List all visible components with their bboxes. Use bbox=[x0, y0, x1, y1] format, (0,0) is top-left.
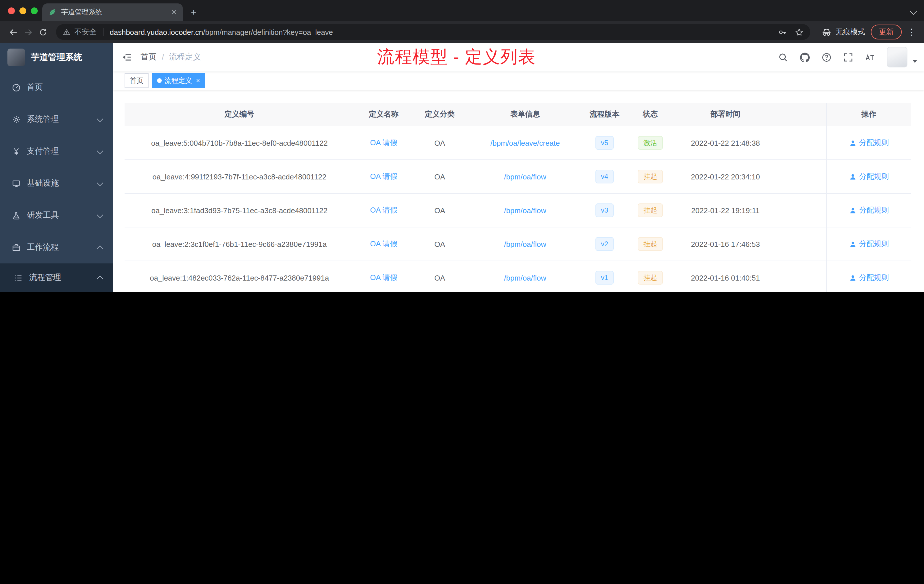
breadcrumb: 首页 / 流程定义 bbox=[140, 52, 201, 62]
table-row: oa_leave:3:1fad3d93-7b75-11ec-a3c8-acde4… bbox=[125, 194, 911, 228]
definition-name-link[interactable]: OA 请假 bbox=[370, 239, 397, 249]
address-bar[interactable]: 不安全 dashboard.yudao.iocoder.cn/bpm/manag… bbox=[56, 24, 810, 40]
filler-cell bbox=[776, 261, 826, 292]
help-icon[interactable] bbox=[822, 52, 832, 62]
tab-search-chevron-icon[interactable] bbox=[910, 7, 917, 15]
col-status: 状态 bbox=[625, 103, 675, 126]
status-badge: 挂起 bbox=[638, 237, 663, 251]
gear-icon bbox=[12, 115, 21, 124]
definition-category: OA bbox=[413, 194, 466, 227]
close-window-button[interactable] bbox=[8, 7, 15, 14]
window-controls bbox=[8, 7, 38, 14]
version-tag: v1 bbox=[595, 271, 614, 285]
version-tag: v5 bbox=[595, 136, 614, 150]
zoom-window-button[interactable] bbox=[31, 7, 38, 14]
tag-close-icon[interactable]: × bbox=[196, 77, 200, 84]
yen-icon bbox=[12, 147, 21, 156]
update-button[interactable]: 更新 bbox=[871, 25, 902, 40]
browser-tab[interactable]: 芋道管理系统 ✕ bbox=[42, 3, 183, 21]
deploy-time: 2022-01-22 20:34:10 bbox=[675, 160, 776, 193]
definition-id: oa_leave:5:004b710b-7b8a-11ec-8ef0-acde4… bbox=[125, 126, 354, 159]
deploy-time: 2022-01-16 17:46:53 bbox=[675, 228, 776, 261]
user-icon bbox=[849, 206, 856, 214]
tab-close-icon[interactable]: ✕ bbox=[171, 8, 177, 16]
main-area: 首页 / 流程定义 流程模型 - 定义列表 首页 bbox=[113, 43, 924, 292]
table-row: oa_leave:1:482ec033-762a-11ec-8477-a2380… bbox=[125, 261, 911, 292]
form-url-link[interactable]: /bpm/oa/flow bbox=[504, 206, 546, 214]
table-header: 定义编号 定义名称 定义分类 表单信息 流程版本 状态 部署时间 操作 bbox=[125, 103, 911, 126]
sidebar-item-home[interactable]: 首页 bbox=[0, 71, 113, 104]
user-avatar[interactable] bbox=[887, 47, 908, 68]
deploy-time: 2022-01-16 01:40:51 bbox=[675, 261, 776, 292]
key-icon[interactable] bbox=[778, 28, 787, 36]
sidebar-menu: 首页 系统管理 支付管理 基础设施 研发工具 工作流程 流程管理 流程表单 bbox=[0, 71, 113, 292]
github-icon[interactable] bbox=[800, 52, 810, 62]
assign-rule-button[interactable]: 分配规则 bbox=[849, 239, 889, 249]
col-definition-name: 定义名称 bbox=[354, 103, 413, 126]
definition-name-link[interactable]: OA 请假 bbox=[370, 138, 397, 148]
sidebar-item-devtools[interactable]: 研发工具 bbox=[0, 200, 113, 231]
sidebar-item-workflow[interactable]: 工作流程 bbox=[0, 231, 113, 264]
hamburger-icon[interactable] bbox=[113, 52, 140, 62]
minimize-window-button[interactable] bbox=[20, 7, 26, 14]
incognito-icon bbox=[822, 27, 832, 37]
avatar-chevron-down-icon[interactable] bbox=[912, 60, 917, 63]
definition-name-link[interactable]: OA 请假 bbox=[370, 205, 397, 215]
sidebar-item-payment[interactable]: 支付管理 bbox=[0, 135, 113, 167]
form-url-link[interactable]: /bpm/oa/flow bbox=[504, 172, 546, 181]
sidebar-item-infrastructure[interactable]: 基础设施 bbox=[0, 167, 113, 200]
filler-cell bbox=[776, 194, 826, 227]
tag-process-definition[interactable]: 流程定义 × bbox=[152, 73, 205, 88]
app-title: 芋道管理系统 bbox=[31, 52, 82, 63]
assign-rule-button[interactable]: 分配规则 bbox=[849, 138, 889, 148]
filler-cell bbox=[776, 160, 826, 193]
definition-name-link[interactable]: OA 请假 bbox=[370, 172, 397, 182]
definition-category: OA bbox=[413, 228, 466, 261]
tags-view: 首页 流程定义 × bbox=[113, 71, 924, 90]
briefcase-icon bbox=[12, 243, 21, 252]
form-url-link[interactable]: /bpm/oa/flow bbox=[504, 240, 546, 248]
definition-category: OA bbox=[413, 160, 466, 193]
assign-rule-button[interactable]: 分配规则 bbox=[849, 205, 889, 215]
deploy-time: 2022-01-22 21:48:38 bbox=[675, 126, 776, 159]
definition-category: OA bbox=[413, 261, 466, 292]
fullscreen-icon[interactable] bbox=[843, 52, 853, 62]
url-text: dashboard.yudao.iocoder.cn/bpm/manager/d… bbox=[110, 28, 333, 36]
incognito-badge[interactable]: 无痕模式 bbox=[822, 27, 865, 37]
annotation-title: 流程模型 - 定义列表 bbox=[377, 45, 536, 69]
browser-tab-strip: 芋道管理系统 ✕ + bbox=[0, 0, 924, 21]
form-url-link[interactable]: /bpm/oa/flow bbox=[504, 274, 546, 282]
breadcrumb-home[interactable]: 首页 bbox=[140, 52, 157, 62]
tag-home[interactable]: 首页 bbox=[125, 73, 148, 88]
definition-id: oa_leave:4:991f2193-7b7f-11ec-a3c8-acde4… bbox=[125, 160, 354, 193]
filler-cell bbox=[776, 126, 826, 159]
sidebar-item-process-manage[interactable]: 流程管理 bbox=[0, 264, 113, 292]
table-row: oa_leave:5:004b710b-7b8a-11ec-8ef0-acde4… bbox=[125, 126, 911, 160]
reload-button[interactable] bbox=[35, 25, 50, 40]
assign-rule-button[interactable]: 分配规则 bbox=[849, 272, 889, 283]
app-navbar: 首页 / 流程定义 流程模型 - 定义列表 bbox=[113, 43, 924, 71]
chevron-icon bbox=[97, 180, 104, 186]
security-label[interactable]: 不安全 bbox=[74, 27, 97, 37]
search-icon[interactable] bbox=[778, 52, 788, 62]
table-row: oa_leave:2:3c1f0ef1-76b1-11ec-9c66-a2380… bbox=[125, 228, 911, 261]
warning-icon bbox=[63, 28, 70, 36]
logo-avatar bbox=[7, 48, 25, 66]
user-icon bbox=[849, 274, 856, 281]
assign-rule-button[interactable]: 分配规则 bbox=[849, 172, 889, 182]
definition-name-link[interactable]: OA 请假 bbox=[370, 272, 397, 283]
back-button[interactable] bbox=[6, 25, 21, 40]
sidebar: 芋道管理系统 首页 系统管理 支付管理 基础设施 研发工具 工作流程 流程管理 bbox=[0, 43, 113, 292]
status-badge: 挂起 bbox=[638, 203, 663, 217]
bookmark-star-icon[interactable] bbox=[795, 28, 804, 36]
browser-menu-icon[interactable]: ⋮ bbox=[908, 27, 916, 37]
forward-button[interactable] bbox=[21, 25, 35, 40]
favicon-leaf-icon bbox=[48, 8, 56, 16]
font-size-icon[interactable] bbox=[865, 52, 875, 62]
new-tab-button[interactable]: + bbox=[191, 7, 196, 17]
browser-toolbar: 不安全 dashboard.yudao.iocoder.cn/bpm/manag… bbox=[0, 21, 924, 43]
form-url-link[interactable]: /bpm/oa/leave/create bbox=[490, 139, 560, 147]
sidebar-item-system[interactable]: 系统管理 bbox=[0, 104, 113, 135]
definition-id: oa_leave:3:1fad3d93-7b75-11ec-a3c8-acde4… bbox=[125, 194, 354, 227]
col-process-version: 流程版本 bbox=[584, 103, 625, 126]
